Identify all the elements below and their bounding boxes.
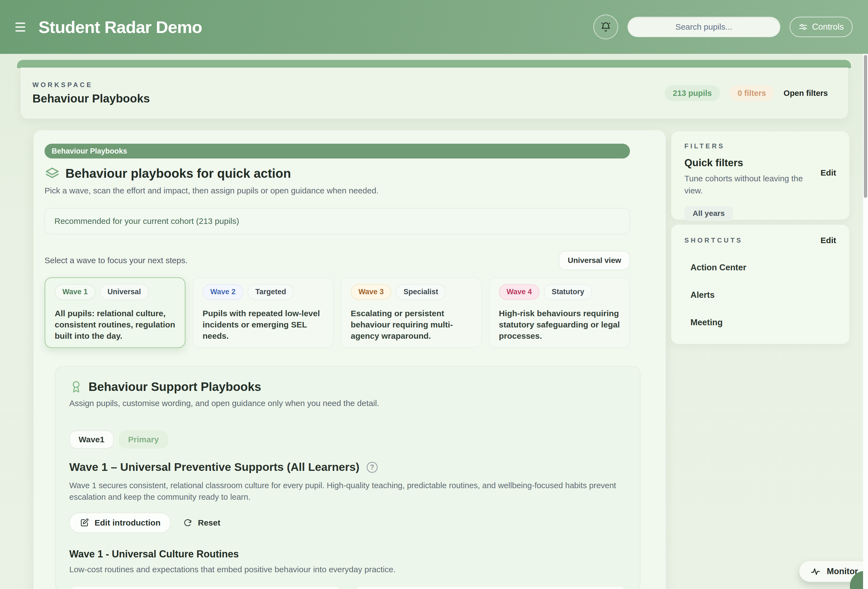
shortcut-alerts[interactable]: Alerts xyxy=(684,290,836,300)
routine-subtitle: Low-cost routines and expectations that … xyxy=(69,565,626,574)
controls-label: Controls xyxy=(812,22,844,32)
accent-strip xyxy=(17,60,851,68)
shortcuts-panel: SHORTCUTS Edit Action Center Alerts Meet… xyxy=(671,225,849,344)
activity-pulse-icon xyxy=(810,566,821,577)
quick-action-heading: Behaviour playbooks for quick action xyxy=(65,166,291,181)
workspace-status-group: 213 pupils 0 filters Open filters xyxy=(664,85,828,101)
playbook-card-1: Universal Low effort Medium impact xyxy=(69,586,342,589)
wave-3-description: Escalating or persistent behaviour requi… xyxy=(351,308,472,342)
wave-1-card[interactable]: Wave 1 Universal All pupils: relational … xyxy=(44,277,186,348)
wave-2-card[interactable]: Wave 2 Targeted Pupils with repeated low… xyxy=(193,277,334,348)
sliders-icon xyxy=(799,22,808,32)
wave1-section-title: Wave 1 – Universal Preventive Supports (… xyxy=(69,461,360,474)
open-filters-button[interactable]: Open filters xyxy=(784,89,828,98)
wave-1-description: All pupils: relational culture, consiste… xyxy=(55,308,176,342)
workspace-eyebrow: WORKSPACE xyxy=(32,81,150,89)
wave1-chip[interactable]: Wave1 xyxy=(69,430,114,449)
scrollbar-thumb[interactable] xyxy=(864,55,867,198)
all-years-chip[interactable]: All years xyxy=(684,206,733,221)
edit-introduction-label: Edit introduction xyxy=(94,518,161,527)
layers-icon xyxy=(44,166,60,181)
playbook-grid: Universal Low effort Medium impact xyxy=(69,586,626,589)
select-wave-prompt: Select a wave to focus your next steps. xyxy=(44,256,187,265)
bell-icon xyxy=(600,21,611,32)
award-ribbon-icon xyxy=(69,380,83,394)
page: Student Radar Demo xyxy=(0,0,868,589)
card-banner: Behaviour Playbooks xyxy=(44,144,630,159)
wave-card-grid: Wave 1 Universal All pupils: relational … xyxy=(44,277,630,348)
wave-4-tag: Statutory xyxy=(544,284,592,300)
app-title: Student Radar Demo xyxy=(38,17,202,37)
wave-4-card[interactable]: Wave 4 Statutory High-risk behaviours re… xyxy=(489,277,630,348)
shortcuts-edit-button[interactable]: Edit xyxy=(821,236,836,245)
hamburger-menu-icon[interactable] xyxy=(15,21,28,33)
search-input[interactable] xyxy=(627,17,780,37)
quick-filters-description: Tune cohorts without leaving the view. xyxy=(684,172,816,197)
topbar-actions: Controls xyxy=(593,15,853,39)
recommended-cohort-box: Recommended for your current cohort (213… xyxy=(44,208,630,234)
filters-panel: FILTERS Quick filters Tune cohorts witho… xyxy=(671,131,849,220)
wave-2-pill: Wave 2 xyxy=(202,284,243,300)
support-subheading: Assign pupils, customise wording, and op… xyxy=(69,399,626,408)
edit-introduction-button[interactable]: Edit introduction xyxy=(69,512,171,533)
behaviour-playbooks-card: Behaviour Playbooks Behaviour playbooks … xyxy=(34,130,666,589)
wave-3-card[interactable]: Wave 3 Specialist Escalating or persiste… xyxy=(341,277,482,348)
filters-count-badge: 0 filters xyxy=(729,85,774,101)
universal-view-button[interactable]: Universal view xyxy=(559,251,630,270)
wave1-section-description: Wave 1 secures consistent, relational cl… xyxy=(69,480,622,503)
help-icon[interactable]: ? xyxy=(367,462,378,473)
wave-3-pill: Wave 3 xyxy=(351,284,391,300)
controls-button[interactable]: Controls xyxy=(790,17,853,37)
monitor-label: Monitor xyxy=(827,567,858,576)
wave-3-tag: Specialist xyxy=(396,284,446,300)
filters-eyebrow: FILTERS xyxy=(684,142,836,150)
wave-2-tag: Targeted xyxy=(248,284,294,300)
wave-4-description: High-risk behaviours requiring statutory… xyxy=(499,308,620,342)
wave-1-pill: Wave 1 xyxy=(55,284,95,300)
playbook-card-2: Universal Low effort Medium impact xyxy=(354,586,626,589)
top-bar: Student Radar Demo xyxy=(0,0,868,54)
primary-chip[interactable]: Primary xyxy=(119,430,168,449)
reset-button[interactable]: Reset xyxy=(183,518,220,527)
behaviour-support-playbooks-card: Behaviour Support Playbooks Assign pupil… xyxy=(55,366,641,589)
page-title: Behaviour Playbooks xyxy=(32,92,150,105)
pupils-count-badge: 213 pupils xyxy=(664,85,720,101)
shortcuts-eyebrow: SHORTCUTS xyxy=(684,237,743,244)
workspace-heading-group: WORKSPACE Behaviour Playbooks xyxy=(32,81,150,105)
wave-1-tag: Universal xyxy=(100,284,149,300)
quick-filters-title: Quick filters xyxy=(684,157,816,169)
quick-action-subheading: Pick a wave, scan the effort and impact,… xyxy=(44,186,655,195)
routine-title: Wave 1 - Universal Culture Routines xyxy=(69,548,626,560)
workspace-header: WORKSPACE Behaviour Playbooks 213 pupils… xyxy=(21,68,848,119)
support-heading: Behaviour Support Playbooks xyxy=(89,380,261,394)
wave-2-description: Pupils with repeated low-level incidents… xyxy=(202,308,324,342)
filters-edit-button[interactable]: Edit xyxy=(821,168,836,177)
shortcut-action-center[interactable]: Action Center xyxy=(684,263,836,272)
reset-label: Reset xyxy=(198,518,220,527)
notifications-button[interactable] xyxy=(593,15,618,39)
wave-4-pill: Wave 4 xyxy=(499,284,540,300)
pencil-edit-icon xyxy=(80,518,89,527)
reset-refresh-icon xyxy=(183,518,192,527)
shortcut-meeting[interactable]: Meeting xyxy=(684,318,836,327)
